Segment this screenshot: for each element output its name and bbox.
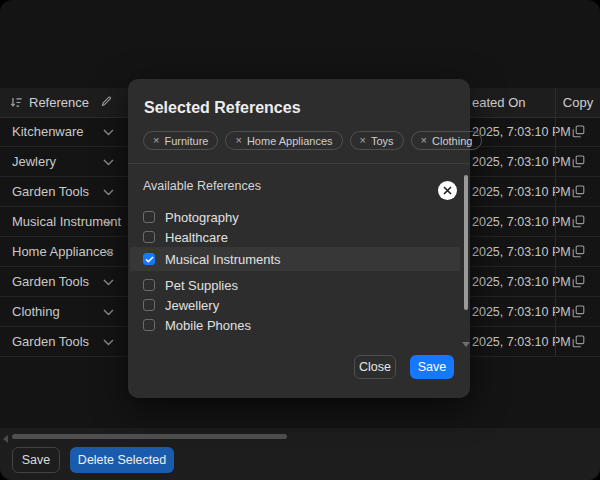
- reference-column-header[interactable]: Reference: [10, 88, 89, 117]
- scroll-down-icon[interactable]: [462, 342, 470, 347]
- option-jewellery[interactable]: Jewellery: [130, 295, 460, 315]
- reference-cell: Jewlery: [12, 147, 56, 176]
- chevron-down-icon[interactable]: [103, 219, 114, 226]
- tag-remove-icon[interactable]: ×: [153, 135, 159, 146]
- chevron-down-icon[interactable]: [103, 129, 114, 136]
- reference-cell: Home Appliances: [12, 237, 113, 266]
- copy-button[interactable]: [555, 177, 600, 206]
- chevron-down-icon[interactable]: [103, 279, 114, 286]
- tag-clothing: × Clothing: [411, 131, 483, 150]
- selected-references-modal: Selected References × Furniture × Home A…: [128, 79, 470, 398]
- save-button[interactable]: Save: [12, 447, 60, 473]
- tag-remove-icon[interactable]: ×: [235, 135, 241, 146]
- close-button[interactable]: Close: [354, 355, 396, 379]
- chevron-down-icon[interactable]: [103, 339, 114, 346]
- available-references-label: Available References: [143, 179, 261, 193]
- tag-toys: × Toys: [350, 131, 404, 150]
- horizontal-scrollbar[interactable]: [12, 434, 287, 439]
- copy-button[interactable]: [555, 237, 600, 266]
- reference-cell: Clothing: [12, 297, 60, 326]
- modal-close-icon[interactable]: [438, 181, 457, 200]
- checkbox-unchecked[interactable]: [143, 279, 155, 291]
- option-photography[interactable]: Photography: [130, 207, 460, 227]
- chevron-down-icon[interactable]: [103, 309, 114, 316]
- reference-cell: Garden Tools: [12, 177, 89, 206]
- copy-column-header: Copy: [555, 88, 600, 117]
- option-mobile-phones[interactable]: Mobile Phones: [130, 315, 460, 335]
- tag-remove-icon[interactable]: ×: [360, 135, 366, 146]
- checkbox-unchecked[interactable]: [143, 319, 155, 331]
- selected-tags: × Furniture × Home Appliances × Toys × C…: [143, 131, 482, 150]
- chevron-down-icon[interactable]: [103, 249, 114, 256]
- copy-button[interactable]: [555, 117, 600, 146]
- tag-furniture: × Furniture: [143, 131, 218, 150]
- modal-title: Selected References: [144, 99, 301, 117]
- checkbox-checked[interactable]: [143, 253, 155, 265]
- available-references-list: Photography Healthcare Musical Instrumen…: [128, 207, 470, 335]
- checkbox-unchecked[interactable]: [143, 231, 155, 243]
- tag-remove-icon[interactable]: ×: [421, 135, 427, 146]
- reference-column-label: Reference: [29, 95, 89, 110]
- modal-actions: Close Save: [354, 355, 454, 379]
- reference-cell: Garden Tools: [12, 327, 89, 356]
- sort-list-icon[interactable]: [10, 96, 23, 109]
- copy-button[interactable]: [555, 147, 600, 176]
- copy-button[interactable]: [555, 327, 600, 356]
- app-window: Reference eated On Copy Kitchenware 2025…: [0, 0, 600, 480]
- reference-cell: Kitchenware: [12, 117, 84, 146]
- chevron-down-icon[interactable]: [103, 159, 114, 166]
- chevron-down-icon[interactable]: [103, 189, 114, 196]
- modal-vertical-scrollbar[interactable]: [464, 175, 468, 310]
- option-musical-instruments[interactable]: Musical Instruments: [130, 247, 460, 271]
- edit-pencil-icon[interactable]: [100, 95, 113, 108]
- checkbox-unchecked[interactable]: [143, 211, 155, 223]
- scroll-left-icon[interactable]: [3, 435, 8, 443]
- option-healthcare[interactable]: Healthcare: [130, 227, 460, 247]
- option-pet-supplies[interactable]: Pet Supplies: [130, 275, 460, 295]
- divider: [128, 163, 470, 164]
- modal-save-button[interactable]: Save: [410, 355, 454, 379]
- footer-bar: Save Delete Selected: [0, 428, 600, 480]
- tag-home-appliances: × Home Appliances: [225, 131, 342, 150]
- delete-selected-button[interactable]: Delete Selected: [70, 447, 174, 473]
- copy-button[interactable]: [555, 297, 600, 326]
- copy-button[interactable]: [555, 267, 600, 296]
- created-on-column-header[interactable]: eated On: [472, 88, 526, 117]
- copy-button[interactable]: [555, 207, 600, 236]
- reference-cell: Garden Tools: [12, 267, 89, 296]
- checkbox-unchecked[interactable]: [143, 299, 155, 311]
